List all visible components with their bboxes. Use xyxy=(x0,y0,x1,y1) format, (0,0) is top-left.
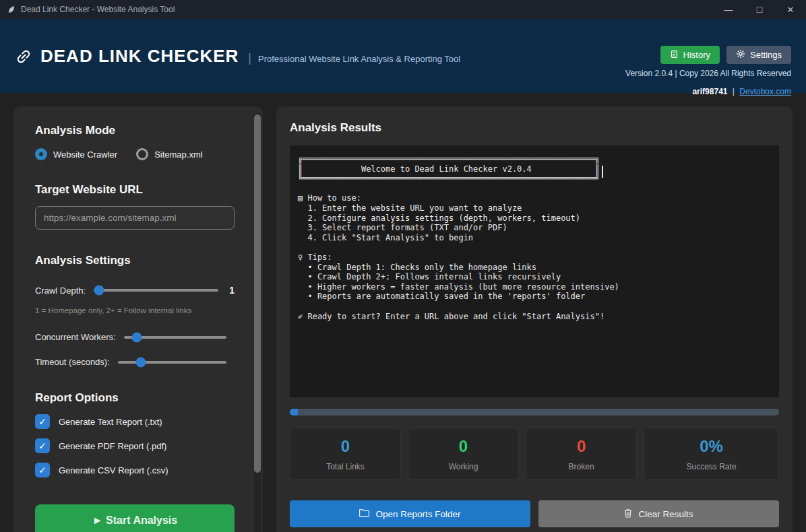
stat-broken: 0 Broken xyxy=(526,428,637,480)
terminal-line: • Reports are automatically saved in the… xyxy=(298,292,771,302)
trash-icon xyxy=(624,508,632,520)
user-line: arif98741 | Devtobox.com xyxy=(692,87,791,96)
terminal-line: ║ Welcome to Dead Link Checker v2.0.4 ║ xyxy=(298,164,771,174)
close-button[interactable]: ✕ xyxy=(775,0,806,19)
stat-value: 0 xyxy=(459,437,468,456)
stat-label: Working xyxy=(449,462,478,471)
checkbox-checked-icon: ✓ xyxy=(35,438,50,453)
radio-unselected-icon xyxy=(136,148,148,160)
app-title: DEAD LINK CHECKER xyxy=(40,46,239,67)
progress-bar xyxy=(290,409,779,415)
stat-label: Success Rate xyxy=(687,462,737,471)
clear-results-label: Clear Results xyxy=(638,509,693,519)
terminal-line: 4. Click "Start Analysis" to begin xyxy=(298,233,771,243)
terminal-line xyxy=(298,302,771,312)
history-icon xyxy=(670,50,679,61)
terminal-line: ♀ Tips: xyxy=(298,253,771,263)
header-actions: History Settings xyxy=(660,46,791,64)
history-button[interactable]: History xyxy=(660,46,720,64)
main-area: Analysis Mode Website Crawler Sitemap.xm… xyxy=(0,93,806,532)
terminal-line xyxy=(298,184,771,194)
settings-label: Settings xyxy=(750,50,782,60)
progress-fill xyxy=(290,409,298,415)
terminal-line: • Crawl Depth 2+: Follows internal links… xyxy=(298,272,771,282)
terminal-line: • Crawl Depth 1: Checks only the homepag… xyxy=(298,263,771,273)
open-reports-label: Open Reports Folder xyxy=(375,509,460,519)
checkbox-checked-icon: ✓ xyxy=(35,414,50,429)
titlebar: Dead Link Checker - Website Analysis Too… xyxy=(0,0,806,19)
clear-results-button[interactable]: Clear Results xyxy=(538,500,779,527)
sidebar-scrollbar-thumb[interactable] xyxy=(254,114,261,473)
stat-value: 0 xyxy=(577,437,586,456)
stat-label: Broken xyxy=(569,462,594,471)
checkbox-label: Generate Text Report (.txt) xyxy=(59,417,162,427)
checkbox-pdf-report[interactable]: ✓ Generate PDF Report (.pdf) xyxy=(35,438,235,453)
terminal-output: ╔═══════════════════════════════════════… xyxy=(290,145,779,397)
analysis-settings-heading: Analysis Settings xyxy=(35,254,235,267)
stat-total-links: 0 Total Links xyxy=(290,428,401,480)
crawl-depth-slider[interactable] xyxy=(94,289,218,292)
timeout-label: Timeout (seconds): xyxy=(35,357,110,367)
radio-selected-icon xyxy=(35,148,47,160)
target-url-input[interactable] xyxy=(35,206,235,230)
stat-label: Total Links xyxy=(326,462,365,471)
start-analysis-button[interactable]: ► Start Analysis xyxy=(35,504,235,532)
stats-row: 0 Total Links 0 Working 0 Broken 0% Succ… xyxy=(290,428,779,480)
config-sidebar: Analysis Mode Website Crawler Sitemap.xm… xyxy=(13,106,263,532)
stat-value: 0 xyxy=(341,437,350,456)
feather-app-icon xyxy=(7,5,16,14)
terminal-line: • Higher workers = faster analysis (but … xyxy=(298,282,771,292)
chain-link-icon xyxy=(15,48,32,65)
stat-value: 0% xyxy=(700,437,723,456)
devtobox-link[interactable]: Devtobox.com xyxy=(739,87,791,96)
crawl-depth-row: Crawl Depth: 1 xyxy=(35,285,235,296)
results-heading: Analysis Results xyxy=(290,121,779,135)
settings-button[interactable]: Settings xyxy=(726,46,791,64)
radio-sitemap-xml[interactable]: Sitemap.xml xyxy=(136,148,203,160)
crawl-depth-thumb[interactable] xyxy=(94,286,104,296)
app-header: DEAD LINK CHECKER | Professional Website… xyxy=(0,19,806,93)
report-options-heading: Report Options xyxy=(35,391,235,405)
sidebar-scrollbar-track[interactable] xyxy=(254,113,261,532)
history-label: History xyxy=(683,50,710,60)
terminal-line: ╔═══════════════════════════════════════… xyxy=(298,154,771,164)
maximize-button[interactable]: □ xyxy=(744,0,775,19)
terminal-line: ▤ How to use: xyxy=(298,193,771,203)
terminal-line: ╚═══════════════════════════════════════… xyxy=(298,174,771,184)
brand: DEAD LINK CHECKER | Professional Website… xyxy=(15,46,460,67)
analysis-mode-options: Website Crawler Sitemap.xml xyxy=(35,148,235,160)
terminal-line xyxy=(298,242,771,253)
checkbox-text-report[interactable]: ✓ Generate Text Report (.txt) xyxy=(35,414,235,429)
checkbox-checked-icon: ✓ xyxy=(35,463,50,477)
stat-success-rate: 0% Success Rate xyxy=(644,428,779,480)
timeout-row: Timeout (seconds): xyxy=(35,357,235,367)
checkbox-label: Generate CSV Report (.csv) xyxy=(59,465,168,475)
terminal-line: 1. Enter the website URL you want to ana… xyxy=(298,203,771,213)
workers-label: Concurrent Workers: xyxy=(35,332,116,342)
minimize-button[interactable]: — xyxy=(713,0,744,19)
workers-slider[interactable] xyxy=(124,336,226,339)
terminal-line: ✐ Ready to start? Enter a URL above and … xyxy=(298,312,771,322)
analysis-mode-heading: Analysis Mode xyxy=(35,124,235,137)
title-separator: | xyxy=(248,51,251,65)
checkbox-csv-report[interactable]: ✓ Generate CSV Report (.csv) xyxy=(35,463,235,477)
folder-icon xyxy=(359,508,369,519)
radio-label: Sitemap.xml xyxy=(154,149,203,160)
maximize-icon: □ xyxy=(757,4,762,15)
timeout-slider[interactable] xyxy=(118,361,226,364)
workers-row: Concurrent Workers: xyxy=(35,332,235,342)
close-icon: ✕ xyxy=(787,5,795,15)
terminal-line: 2. Configure analysis settings (depth, w… xyxy=(298,213,771,224)
gear-icon xyxy=(736,49,745,61)
minimize-icon: — xyxy=(724,5,733,15)
crawl-depth-value: 1 xyxy=(226,285,235,296)
terminal-line: 3. Select report formats (TXT and/or PDF… xyxy=(298,223,771,233)
window-title: Dead Link Checker - Website Analysis Too… xyxy=(21,5,175,14)
open-reports-button[interactable]: Open Reports Folder xyxy=(290,500,530,527)
timeout-thumb[interactable] xyxy=(135,357,146,367)
terminal-cursor xyxy=(602,166,603,178)
workers-thumb[interactable] xyxy=(132,332,142,342)
radio-website-crawler[interactable]: Website Crawler xyxy=(35,148,117,160)
results-panel: Analysis Results ╔══════════════════════… xyxy=(276,106,793,532)
username: arif98741 xyxy=(692,87,727,96)
